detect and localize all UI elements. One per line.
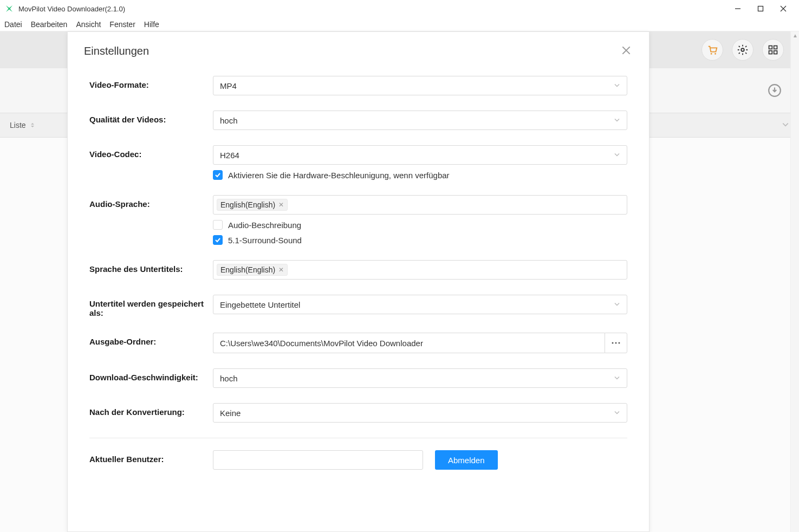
- checkbox-hw-accel[interactable]: [213, 170, 223, 180]
- select-qualitaet[interactable]: hoch: [213, 111, 627, 130]
- svg-rect-9: [769, 51, 772, 54]
- scrollbar[interactable]: ▲: [790, 31, 799, 532]
- label-ausgabe: Ausgabe-Ordner:: [89, 333, 213, 346]
- menu-ansicht[interactable]: Ansicht: [76, 20, 101, 29]
- divider: [89, 438, 627, 438]
- menu-datei[interactable]: Datei: [4, 20, 22, 29]
- select-untertitel-speichern-value: Eingebettete Untertitel: [220, 300, 300, 309]
- app-logo-icon: [4, 4, 14, 14]
- modal-close-button[interactable]: [620, 45, 633, 57]
- apps-button[interactable]: [762, 39, 784, 61]
- label-audio-beschreibung: Audio-Beschreibung: [228, 220, 301, 230]
- menubar: Datei Bearbeiten Ansicht Fenster Hilfe: [0, 17, 799, 31]
- input-untertitel-sprache[interactable]: English(English) ✕: [213, 260, 627, 280]
- select-nach-konvertierung-value: Keine: [220, 408, 241, 418]
- settings-modal: Einstellungen Video-Formate: MP4 Qualitä…: [67, 31, 649, 532]
- svg-point-5: [714, 53, 716, 55]
- tag-remove-button[interactable]: ✕: [278, 201, 284, 209]
- svg-point-4: [711, 53, 712, 55]
- svg-rect-1: [758, 7, 763, 11]
- chevron-down-icon[interactable]: [782, 121, 789, 128]
- svg-point-16: [619, 342, 620, 344]
- gear-icon: [737, 44, 749, 56]
- chevron-down-icon: [614, 408, 620, 418]
- menu-bearbeiten[interactable]: Bearbeiten: [31, 20, 68, 29]
- label-audio-sprache: Audio-Sprache:: [89, 195, 213, 209]
- chevron-down-icon: [614, 116, 620, 125]
- label-nach-konvertierung: Nach der Konvertierung:: [89, 403, 213, 417]
- label-codec: Video-Codec:: [89, 145, 213, 159]
- modal-title: Einstellungen: [84, 45, 149, 57]
- tag-untertitel-english: English(English) ✕: [217, 264, 288, 276]
- label-video-formate: Video-Formate:: [89, 76, 213, 89]
- download-icon[interactable]: [768, 83, 782, 98]
- label-download-speed: Download-Geschwindigkeit:: [89, 368, 213, 382]
- select-nach-konvertierung[interactable]: Keine: [213, 403, 627, 423]
- titlebar: MovPilot Video Downloader(2.1.0): [0, 0, 799, 17]
- select-codec-value: H264: [220, 151, 239, 160]
- close-window-button[interactable]: [778, 4, 788, 14]
- ellipsis-icon: [612, 342, 620, 344]
- checkbox-surround[interactable]: [213, 235, 223, 245]
- cart-button[interactable]: [701, 39, 723, 61]
- menu-hilfe[interactable]: Hilfe: [144, 20, 159, 29]
- label-untertitel-speichern: Untertitel werden gespeichert als:: [89, 295, 213, 317]
- label-untertitel-sprache: Sprache des Untertitels:: [89, 260, 213, 274]
- svg-rect-7: [769, 46, 772, 49]
- abmelden-button[interactable]: Abmelden: [435, 450, 498, 470]
- chevron-down-icon: [614, 300, 620, 309]
- label-aktueller-benutzer: Aktueller Benutzer:: [89, 450, 213, 464]
- input-ausgabe-ordner[interactable]: C:\Users\we340\Documents\MovPilot Video …: [213, 333, 605, 353]
- checkbox-audio-beschreibung[interactable]: [213, 220, 223, 230]
- svg-rect-8: [774, 46, 777, 49]
- tag-audio-english-label: English(English): [220, 200, 275, 209]
- list-header-label[interactable]: Liste: [10, 121, 26, 129]
- tag-audio-english: English(English) ✕: [217, 199, 288, 211]
- chevron-down-icon: [614, 151, 620, 160]
- minimize-button[interactable]: [733, 4, 743, 14]
- svg-point-14: [612, 342, 614, 344]
- select-video-formate[interactable]: MP4: [213, 76, 627, 95]
- select-untertitel-speichern[interactable]: Eingebettete Untertitel: [213, 295, 627, 314]
- svg-point-6: [741, 48, 744, 51]
- select-download-speed[interactable]: hoch: [213, 368, 627, 388]
- tag-remove-button[interactable]: ✕: [278, 266, 284, 274]
- label-qualitaet: Qualität der Videos:: [89, 111, 213, 124]
- input-audio-sprache[interactable]: English(English) ✕: [213, 195, 627, 215]
- input-ausgabe-ordner-value: C:\Users\we340\Documents\MovPilot Video …: [220, 339, 423, 348]
- grid-icon: [768, 44, 778, 55]
- window-title: MovPilot Video Downloader(2.1.0): [18, 5, 125, 13]
- select-video-formate-value: MP4: [220, 81, 237, 90]
- input-aktueller-benutzer[interactable]: [213, 450, 423, 470]
- browse-folder-button[interactable]: [605, 333, 627, 353]
- select-download-speed-value: hoch: [220, 374, 238, 383]
- maximize-button[interactable]: [756, 4, 765, 14]
- select-qualitaet-value: hoch: [220, 116, 238, 125]
- sort-icon[interactable]: [29, 122, 36, 128]
- tag-untertitel-english-label: English(English): [220, 265, 275, 274]
- settings-button[interactable]: [732, 39, 753, 61]
- scroll-up-icon: ▲: [792, 33, 798, 38]
- cart-icon: [706, 44, 718, 56]
- chevron-down-icon: [614, 81, 620, 90]
- close-icon: [622, 46, 631, 55]
- menu-fenster[interactable]: Fenster: [109, 20, 135, 29]
- label-surround: 5.1-Surround-Sound: [228, 236, 302, 245]
- svg-rect-10: [774, 51, 777, 54]
- svg-point-15: [615, 342, 617, 344]
- chevron-down-icon: [614, 374, 620, 383]
- select-codec[interactable]: H264: [213, 145, 627, 165]
- label-hw-accel: Aktivieren Sie die Hardware-Beschleunigu…: [228, 171, 450, 180]
